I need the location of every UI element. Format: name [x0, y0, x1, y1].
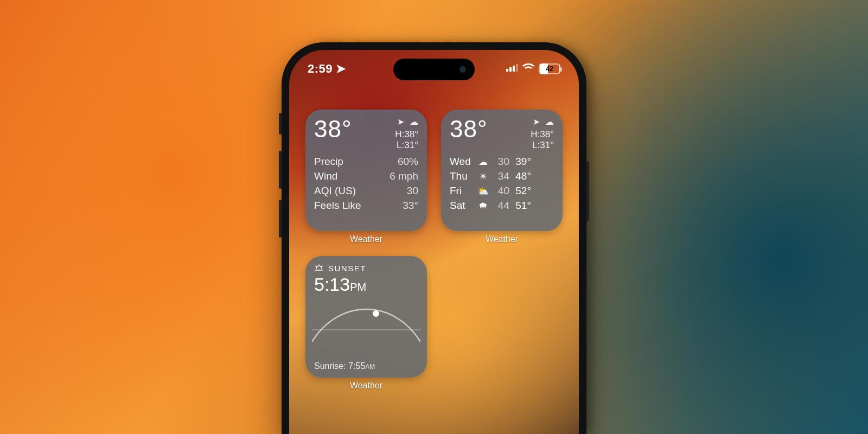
weather-icon: 🌧 [475, 200, 491, 211]
day-high: 52° [509, 185, 531, 197]
weather-icon: ☁ [475, 156, 491, 168]
day-low: 30 [491, 156, 509, 168]
battery-icon: 42 [539, 63, 560, 74]
day-low: 34 [491, 170, 509, 182]
detail-rows: Precip60% Wind6 mph AQI (US)30 Feels Lik… [314, 156, 418, 212]
volume-up-button [279, 151, 282, 189]
day-label: Fri [450, 185, 475, 197]
row-value: 6 mph [390, 170, 418, 182]
widget-label: Weather [350, 381, 382, 391]
row-value: 30 [407, 185, 418, 197]
battery-percent: 42 [540, 65, 559, 73]
row-key: Feels Like [314, 200, 361, 212]
forecast-rows: Wed☁3039° Thu☀3448° Fri⛅4052° Sat🌧4451° [450, 156, 554, 212]
phone-frame: 2:59 ➤ 42 38° [282, 42, 586, 434]
status-time: 2:59 [308, 62, 333, 76]
day-label: Wed [450, 156, 475, 168]
sunset-icon [314, 264, 324, 273]
weather-icon: ⛅ [475, 186, 491, 197]
cellular-icon [506, 64, 518, 74]
location-arrow-icon: ➤ [336, 62, 346, 76]
sun-arc [312, 304, 420, 347]
row-key: Wind [314, 170, 337, 182]
location-arrow-icon: ➤ [397, 117, 404, 127]
high-temp: H:38° [395, 129, 418, 140]
low-temp: L:31° [531, 140, 554, 151]
current-temp: 38° [314, 117, 352, 141]
row-value: 60% [398, 156, 418, 168]
current-temp: 38° [450, 117, 488, 141]
widgets-grid: 38° ➤ ☁ H:38° L:31° Precip60 [305, 110, 563, 391]
row-key: AQI (US) [314, 185, 356, 197]
svg-rect-3 [516, 64, 518, 72]
cloud-icon: ☁ [545, 117, 554, 127]
high-temp: H:38° [531, 129, 554, 140]
volume-down-button [279, 200, 282, 238]
day-label: Sat [450, 200, 475, 212]
status-bar: 2:59 ➤ 42 [289, 61, 579, 77]
weather-forecast-widget[interactable]: 38° ➤ ☁ H:38° L:31° Wed☁3039 [441, 110, 563, 231]
svg-point-5 [373, 310, 379, 317]
svg-rect-0 [506, 69, 508, 72]
day-low: 40 [491, 185, 509, 197]
svg-rect-1 [509, 67, 512, 72]
side-button [279, 113, 282, 135]
wifi-icon [522, 63, 534, 74]
widget-label: Weather [486, 234, 518, 244]
day-low: 44 [491, 200, 509, 212]
power-button [586, 162, 589, 221]
sunset-time: 5:13PM [314, 274, 418, 295]
low-temp: L:31° [395, 140, 418, 151]
location-arrow-icon: ➤ [533, 117, 540, 127]
sunset-title: SUNSET [328, 264, 366, 273]
weather-sunset-widget[interactable]: SUNSET 5:13PM Sunrise: 7:55AM [305, 256, 427, 378]
weather-details-widget[interactable]: 38° ➤ ☁ H:38° L:31° Precip60 [305, 110, 427, 231]
phone-screen[interactable]: 2:59 ➤ 42 38° [289, 50, 579, 434]
sunrise-label: Sunrise: 7:55AM [314, 361, 375, 371]
cloud-icon: ☁ [410, 117, 418, 127]
weather-icon: ☀ [475, 171, 491, 182]
day-label: Thu [450, 170, 475, 182]
day-high: 39° [509, 156, 531, 168]
row-key: Precip [314, 156, 343, 168]
svg-rect-2 [513, 66, 515, 72]
widget-label: Weather [350, 234, 382, 244]
day-high: 51° [509, 200, 531, 212]
day-high: 48° [509, 170, 531, 182]
row-value: 33° [403, 200, 418, 212]
